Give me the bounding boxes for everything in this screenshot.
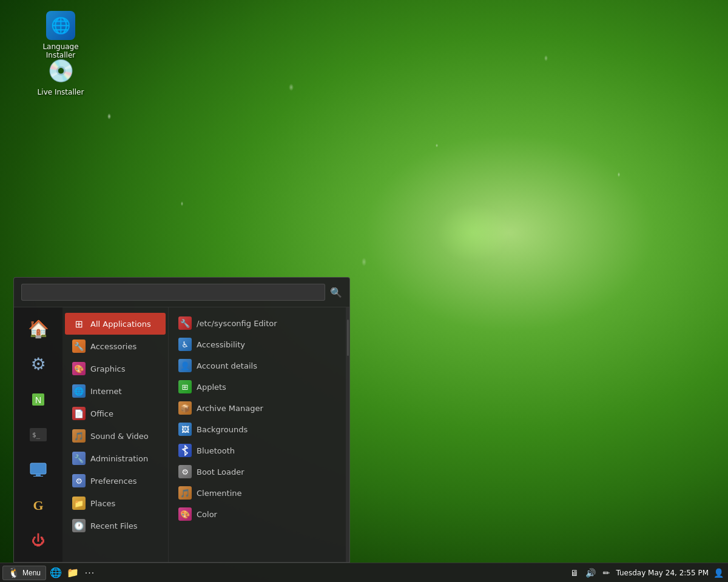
accessories-icon: 🔧 xyxy=(72,340,86,353)
app-accessibility-label: Accessibility xyxy=(197,340,245,349)
category-internet-label: Internet xyxy=(90,387,122,396)
desktop-icon-live-installer[interactable]: 💿 Live Installer xyxy=(33,56,88,96)
app-applets-label: Applets xyxy=(197,383,226,392)
category-office-label: Office xyxy=(90,409,113,418)
sysconfig-icon: 🔧 xyxy=(178,316,192,330)
taskbar-browser-icon[interactable]: 🌐 xyxy=(49,566,63,580)
category-recent[interactable]: 🕐 Recent Files xyxy=(65,515,166,537)
category-accessories[interactable]: 🔧 Accessories xyxy=(65,335,166,357)
category-sound-video-label: Sound & Video xyxy=(90,432,149,441)
administration-icon: 🔧 xyxy=(72,452,86,465)
taskbar-volume-icon[interactable]: 🔊 xyxy=(584,567,596,579)
app-accessibility[interactable]: ♿ Accessibility xyxy=(172,334,342,355)
category-sound-video[interactable]: 🎵 Sound & Video xyxy=(65,425,166,447)
account-details-icon: 👤 xyxy=(178,359,192,372)
app-bootloader-label: Boot Loader xyxy=(197,467,244,477)
taskbar-more-icon[interactable]: ··· xyxy=(83,566,97,580)
sidebar-btn-settings[interactable]: ⚙ xyxy=(21,347,55,380)
category-accessories-label: Accessories xyxy=(90,342,136,351)
category-administration-label: Administration xyxy=(90,454,148,463)
app-sysconfig-label: /etc/sysconfig Editor xyxy=(197,319,277,328)
app-backgrounds-label: Backgrounds xyxy=(197,425,248,434)
menu-categories: ⊞ All Applications 🔧 Accessories 🎨 Graph… xyxy=(62,307,169,562)
category-recent-label: Recent Files xyxy=(90,521,138,530)
category-graphics[interactable]: 🎨 Graphics xyxy=(65,358,166,380)
search-icon[interactable]: 🔍 xyxy=(330,287,342,298)
bluetooth-icon xyxy=(178,444,192,457)
preferences-icon: ⚙ xyxy=(72,474,86,487)
sidebar-btn-home[interactable]: 🏠 xyxy=(21,312,55,345)
app-archive-manager[interactable]: 📦 Archive Manager xyxy=(172,398,342,418)
category-administration[interactable]: 🔧 Administration xyxy=(65,447,166,469)
menu-apps: 🔧 /etc/sysconfig Editor ♿ Accessibility … xyxy=(169,307,346,562)
taskbar-update-icon[interactable]: ✏ xyxy=(600,567,612,579)
scrollbar-thumb[interactable] xyxy=(347,319,349,356)
app-bluetooth[interactable]: Bluetooth xyxy=(172,440,342,461)
app-color[interactable]: 🎨 Color xyxy=(172,504,342,524)
svg-rect-4 xyxy=(30,463,46,474)
desktop: 🌐 Language Installer 💿 Live Installer 🔍 … xyxy=(0,0,728,582)
applets-icon: ⊞ xyxy=(178,380,192,393)
app-backgrounds[interactable]: 🖼 Backgrounds xyxy=(172,419,342,440)
places-icon: 📁 xyxy=(72,497,86,510)
graphics-icon: 🎨 xyxy=(72,362,86,375)
menu-search-bar: 🔍 xyxy=(14,278,349,307)
scrollbar-divider xyxy=(346,307,349,562)
app-applets[interactable]: ⊞ Applets xyxy=(172,376,342,397)
taskbar-left: 🐧 Menu 🌐 📁 ··· xyxy=(0,566,99,580)
app-boot-loader[interactable]: ⚙ Boot Loader xyxy=(172,461,342,482)
search-input[interactable] xyxy=(21,284,325,301)
accessibility-icon: ♿ xyxy=(178,338,192,351)
menu-body: 🏠 ⚙ N $_ xyxy=(14,307,349,562)
sidebar-btn-terminal[interactable]: $_ xyxy=(21,418,55,451)
sidebar-btn-power[interactable]: ⏻ xyxy=(21,524,55,557)
category-preferences-label: Preferences xyxy=(90,477,136,486)
app-clementine[interactable]: 🎵 Clementine xyxy=(172,483,342,503)
category-internet[interactable]: 🌐 Internet xyxy=(65,380,166,402)
svg-text:N: N xyxy=(35,395,41,405)
desktop-icon-language-installer[interactable]: 🌐 Language Installer xyxy=(33,11,88,60)
app-account-details[interactable]: 👤 Account details xyxy=(172,355,342,376)
live-installer-label: Live Installer xyxy=(38,88,84,96)
language-installer-icon: 🌐 xyxy=(46,11,75,40)
taskbar-files-icon[interactable]: 📁 xyxy=(66,566,80,580)
menu-button[interactable]: 🐧 Menu xyxy=(2,566,46,580)
category-all[interactable]: ⊞ All Applications xyxy=(65,313,166,335)
live-installer-icon: 💿 xyxy=(46,56,75,85)
taskbar-display-icon[interactable]: 🖥 xyxy=(568,567,581,579)
clementine-icon: 🎵 xyxy=(178,486,192,500)
recent-files-icon: 🕐 xyxy=(72,519,86,532)
internet-icon: 🌐 xyxy=(72,384,86,398)
taskbar-datetime[interactable]: Tuesday May 24, 2:55 PM xyxy=(616,569,709,577)
app-sysconfig[interactable]: 🔧 /etc/sysconfig Editor xyxy=(172,313,342,333)
svg-text:$_: $_ xyxy=(32,431,41,439)
category-places-label: Places xyxy=(90,499,115,508)
app-account-label: Account details xyxy=(197,361,257,370)
app-archive-label: Archive Manager xyxy=(197,404,263,413)
sidebar-btn-manager[interactable]: N xyxy=(21,383,55,416)
color-icon: 🎨 xyxy=(178,507,192,521)
backgrounds-icon: 🖼 xyxy=(178,423,192,436)
all-apps-icon: ⊞ xyxy=(72,317,86,330)
menu-icon: 🐧 xyxy=(8,567,20,578)
category-places[interactable]: 📁 Places xyxy=(65,492,166,514)
app-color-label: Color xyxy=(197,510,217,519)
boot-loader-icon: ⚙ xyxy=(178,465,192,478)
sidebar-btn-remote[interactable] xyxy=(21,453,55,486)
category-office[interactable]: 📄 Office xyxy=(65,403,166,424)
taskbar-right: 🖥 🔊 ✏ Tuesday May 24, 2:55 PM 👤 xyxy=(565,567,728,579)
app-clementine-label: Clementine xyxy=(197,489,242,498)
start-menu: 🔍 🏠 ⚙ N $_ xyxy=(13,277,350,563)
category-graphics-label: Graphics xyxy=(90,364,125,373)
archive-manager-icon: 📦 xyxy=(178,401,192,415)
sidebar-btn-font[interactable]: G xyxy=(21,489,55,521)
office-icon: 📄 xyxy=(72,407,86,420)
taskbar-user-icon[interactable]: 👤 xyxy=(712,567,724,579)
category-preferences[interactable]: ⚙ Preferences xyxy=(65,470,166,492)
category-all-label: All Applications xyxy=(90,319,151,329)
taskbar: 🐧 Menu 🌐 📁 ··· 🖥 🔊 ✏ Tuesday May 24, 2:5… xyxy=(0,563,728,582)
app-bluetooth-label: Bluetooth xyxy=(197,446,235,455)
svg-rect-5 xyxy=(36,474,41,476)
svg-rect-6 xyxy=(33,476,43,477)
sound-video-icon: 🎵 xyxy=(72,429,86,443)
